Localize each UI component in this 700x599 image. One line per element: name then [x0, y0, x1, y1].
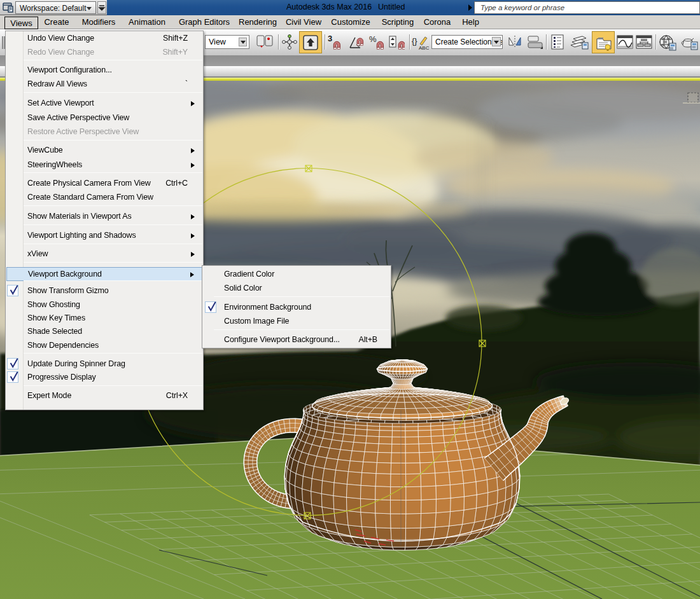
svg-text:%: % — [369, 34, 377, 44]
svg-text:3: 3 — [328, 34, 332, 43]
svg-text:ABC: ABC — [419, 45, 429, 51]
svg-text:{}: {} — [412, 36, 417, 46]
